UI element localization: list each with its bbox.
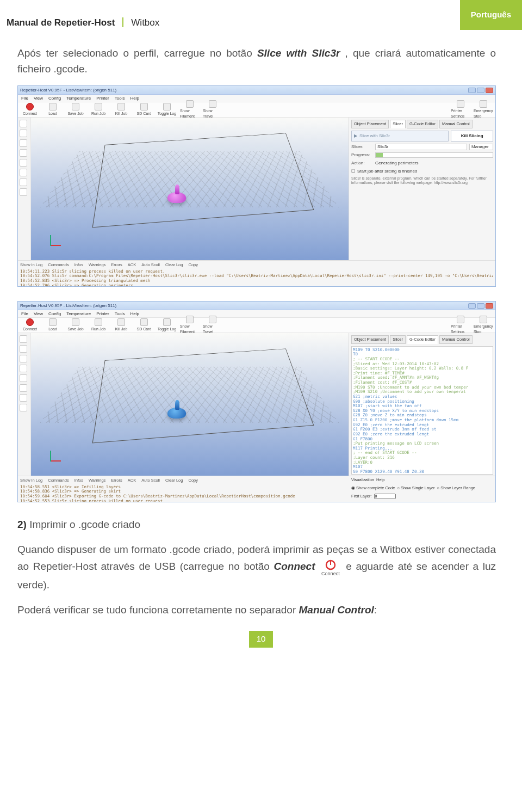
refresh-icon[interactable] [20,335,27,343]
killjob-button[interactable]: Kill Job [111,318,131,333]
add-icon[interactable] [20,130,27,137]
log-tab[interactable]: Errors [111,477,122,483]
connect-button[interactable]: Connect [20,318,40,333]
first-layer-input[interactable] [374,494,396,499]
parallel-icon[interactable] [20,394,27,402]
log-tab[interactable]: Show in Log [20,262,42,268]
viz-help[interactable]: Help [376,477,384,483]
printersettings-button[interactable]: Printer Settings [451,100,470,120]
load-label: Load [48,111,57,117]
zoom-icon[interactable] [20,149,27,157]
refresh-icon[interactable] [20,120,27,127]
gcode-line: G92 E0 ;zero the extruded lengt [353,432,492,437]
togglelog-button[interactable]: Toggle Log [157,103,177,117]
log-tab[interactable]: Clear Log [165,477,183,483]
action-value: Generating perimeters [375,160,419,167]
log-tab[interactable]: Auto Scoll [141,262,160,268]
first-layer-label: First Layer: [351,493,372,499]
trash-icon[interactable] [20,188,27,196]
parallel-icon[interactable] [20,179,27,186]
view2-icon[interactable] [20,384,27,392]
gcode-editor[interactable]: M109 T0 S210.000000 T0 ; -- START GCODE … [351,346,493,475]
printersettings-button[interactable]: Printer Settings [451,316,470,335]
checkbox-label: Start job after slicing is finished [357,168,417,175]
log-tab[interactable]: Errors [111,262,122,268]
trash-icon[interactable] [20,404,27,411]
window-titlebar: Repetier-Host V0.95F - ListViewItem: (or… [18,86,495,95]
manager-button[interactable]: Manager [469,144,493,150]
3d-viewport[interactable] [31,118,349,260]
log-tab[interactable]: Copy [188,262,198,268]
view-icon[interactable] [20,159,27,167]
savejob-button[interactable]: Save Job [66,318,85,333]
savejob-button[interactable]: Save Job [66,103,85,117]
tab-slicer[interactable]: Slicer [390,120,406,128]
model-object[interactable] [167,192,186,203]
emergencystop-button[interactable]: Emergency Stop [474,316,493,335]
tab-slicer[interactable]: Slicer [390,335,406,343]
checkbox-startjob[interactable]: ☐ [351,168,355,175]
maximize-icon[interactable] [477,303,484,309]
slicer-select[interactable]: Slic3r [375,144,467,150]
log-tab[interactable]: Commands [48,477,69,483]
play-icon [95,318,102,326]
status-bar: Disconectado Idle 258 FPS [18,502,495,502]
connect-label: Connect [23,327,37,333]
tab-gcode-editor[interactable]: G-Code Editor [407,335,438,343]
log-tab[interactable]: Auto Scoll [141,477,160,483]
maximize-icon[interactable] [477,88,484,93]
slice-button[interactable]: ▶ Slice with Slic3r [351,131,449,142]
log-tab[interactable]: Warnings [89,477,105,483]
view-icon[interactable] [20,374,27,382]
log-tab[interactable]: ACK [128,477,136,483]
killjob-button[interactable]: Kill Job [111,103,131,117]
section-2-heading: 2) Imprimir o .gcode criado [17,516,496,532]
close-icon[interactable] [486,88,493,93]
load-button[interactable]: Load [43,103,63,117]
minimize-icon[interactable] [468,88,476,93]
tab-manual-control[interactable]: Manual Control [439,335,473,343]
sdcard-button[interactable]: SD Card [134,318,154,333]
showfilament-button[interactable]: Show Filament [180,316,200,335]
log-tab[interactable]: Infos [74,477,83,483]
log-tab[interactable]: Infos [74,262,83,268]
log-tab[interactable]: ACK [128,262,136,268]
showfilament-button[interactable]: Show Filament [180,100,200,120]
load-button[interactable]: Load [43,318,63,333]
3d-viewport[interactable] [31,333,349,476]
kill-slicing-button[interactable]: Kill Slicing [451,131,493,142]
view2-icon[interactable] [20,169,27,176]
showtravel-button[interactable]: Show Travel [203,316,222,335]
add-icon[interactable] [20,345,27,353]
close-icon[interactable] [486,303,493,309]
connect-label: Connect [23,111,37,117]
log-tab[interactable]: Copy [188,477,198,483]
log-tab[interactable]: Clear Log [165,262,183,268]
toolbar: Connect Load Save Job Run Job Kill Job S… [18,102,495,118]
emergencystop-button[interactable]: Emergency Stop [474,100,493,120]
zoom-icon[interactable] [20,365,27,372]
connect-button[interactable]: Connect [20,103,40,117]
viz-radio-range[interactable]: ○ Show Layer Range [437,485,475,491]
viz-radio-complete[interactable]: ◉ Show complete Code [351,485,395,491]
home-icon[interactable] [20,355,27,362]
sdcard-button[interactable]: SD Card [134,103,154,117]
minimize-icon[interactable] [468,303,476,309]
tab-gcode-editor[interactable]: G-Code Editor [407,120,438,128]
model-object[interactable] [167,408,186,419]
tab-manual-control[interactable]: Manual Control [439,120,473,128]
tab-object-placement[interactable]: Object Placement [351,335,389,343]
runjob-button[interactable]: Run Job [89,318,108,333]
log-tab[interactable]: Show in Log [20,477,42,483]
tab-object-placement[interactable]: Object Placement [351,120,389,128]
log-tab[interactable]: Commands [48,262,69,268]
togglelog-button[interactable]: Toggle Log [157,318,177,333]
connect-word: Connect [274,561,315,572]
runjob-button[interactable]: Run Job [89,103,108,117]
load-icon [49,103,57,110]
viz-radio-single[interactable]: ○ Show Single Layer [397,485,434,491]
log-tab[interactable]: Warnings [89,262,105,268]
heading-text: Imprimir o .gcode criado [27,519,140,530]
home-icon[interactable] [20,139,27,147]
showtravel-button[interactable]: Show Travel [203,100,222,120]
